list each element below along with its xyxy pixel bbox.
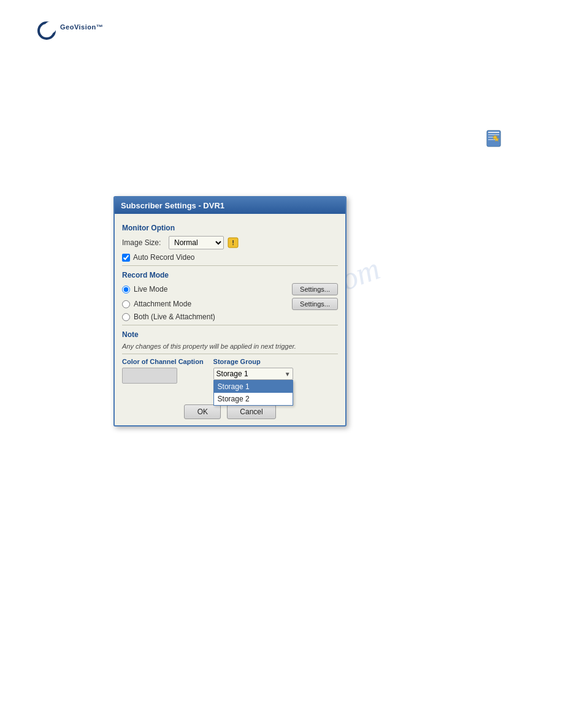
note-section: Note Any changes of this property will b… <box>122 330 338 350</box>
live-mode-label: Live Mode <box>134 285 288 294</box>
auto-record-label: Auto Record Video <box>133 253 195 262</box>
color-caption-section: Color of Channel Caption <box>122 358 204 384</box>
divider-2 <box>122 325 338 325</box>
subscriber-settings-dialog: Subscriber Settings - DVR1 Monitor Optio… <box>113 196 347 427</box>
svg-point-1 <box>44 21 56 34</box>
dialog-titlebar: Subscriber Settings - DVR1 <box>115 197 345 214</box>
logo-text: GeoVision™ <box>60 22 103 38</box>
color-swatch[interactable] <box>122 368 177 384</box>
divider-3 <box>122 354 338 354</box>
storage-group-section: Storage Group Storage 1 Storage 2 ▼ Stor… <box>213 358 293 380</box>
logo-area: GeoVision™ <box>37 18 103 42</box>
storage-group-label: Storage Group <box>213 358 293 365</box>
note-header: Note <box>122 330 338 339</box>
auto-record-checkbox[interactable] <box>122 254 130 262</box>
live-mode-row: Live Mode Settings... <box>122 283 338 295</box>
color-caption-label: Color of Channel Caption <box>122 358 204 365</box>
image-size-label: Image Size: <box>122 238 165 247</box>
monitor-option-section: Monitor Option Image Size: Normal Large … <box>122 224 338 262</box>
storage-select[interactable]: Storage 1 Storage 2 <box>213 368 293 380</box>
auto-record-row: Auto Record Video <box>122 253 338 262</box>
corner-edit-icon <box>485 129 505 148</box>
dialog-title: Subscriber Settings - DVR1 <box>121 201 224 210</box>
image-size-select[interactable]: Normal Large Small <box>169 236 224 249</box>
image-size-row: Image Size: Normal Large Small ! <box>122 236 338 249</box>
svg-text:!: ! <box>232 239 234 246</box>
cancel-button[interactable]: Cancel <box>227 404 275 419</box>
storage-dropdown-list: Storage 1 Storage 2 <box>213 380 293 406</box>
both-mode-label: Both (Live & Attachment) <box>134 313 338 321</box>
live-mode-settings-button[interactable]: Settings... <box>292 283 338 295</box>
record-mode-section: Record Mode Live Mode Settings... Attach… <box>122 271 338 321</box>
live-mode-radio[interactable] <box>122 286 130 294</box>
storage-dropdown-item-1[interactable]: Storage 1 <box>214 381 293 393</box>
monitor-option-header: Monitor Option <box>122 224 338 232</box>
svg-rect-4 <box>488 132 499 133</box>
storage-dropdown-item-2[interactable]: Storage 2 <box>214 393 293 405</box>
attachment-mode-row: Attachment Mode Settings... <box>122 298 338 310</box>
dialog-content: Monitor Option Image Size: Normal Large … <box>115 214 345 425</box>
bottom-section: Color of Channel Caption Storage Group S… <box>122 358 338 384</box>
note-text: Any changes of this property will be app… <box>122 343 338 350</box>
attachment-mode-radio[interactable] <box>122 300 130 308</box>
divider-1 <box>122 265 338 266</box>
both-mode-row: Both (Live & Attachment) <box>122 313 338 321</box>
warning-icon: ! <box>228 237 239 248</box>
record-mode-header: Record Mode <box>122 271 338 279</box>
both-mode-radio[interactable] <box>122 313 130 321</box>
attachment-mode-label: Attachment Mode <box>134 300 288 308</box>
svg-rect-5 <box>488 134 499 135</box>
logo-icon <box>37 18 60 42</box>
attachment-settings-button[interactable]: Settings... <box>292 298 338 310</box>
storage-select-wrapper: Storage 1 Storage 2 ▼ Storage 1 Storage … <box>213 368 293 380</box>
ok-button[interactable]: OK <box>184 404 221 419</box>
